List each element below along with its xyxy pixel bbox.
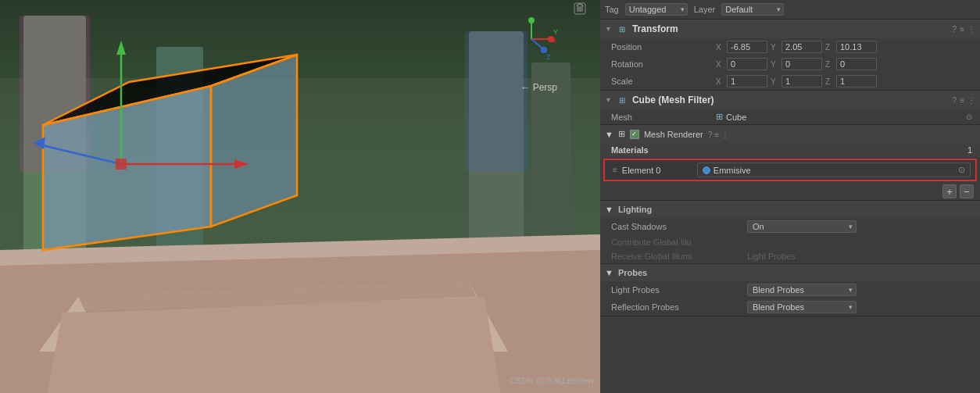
rotation-x-input[interactable] [727, 58, 767, 70]
element-value-field[interactable]: Emmisive ⊙ [697, 163, 971, 177]
lighting-header[interactable]: ▼ Lighting [600, 201, 980, 218]
position-x-input[interactable] [727, 41, 767, 53]
mesh-renderer-header-actions: ? ≡ ⋮ [708, 130, 730, 139]
svg-text:X: X [552, 37, 556, 45]
position-label: Position [611, 42, 713, 52]
svg-rect-7 [465, 31, 528, 172]
contribute-label: Contribute Global Illu [611, 238, 744, 247]
layer-dropdown[interactable]: Default [721, 3, 784, 16]
inspector-panel: Tag Untagged Layer Default ▼ ⊞ Transform… [600, 0, 980, 393]
rotation-label: Rotation [611, 59, 713, 69]
scale-label: Scale [611, 77, 713, 86]
add-remove-row: + − [600, 183, 980, 200]
mesh-filter-title: Cube (Mesh Filter) [632, 95, 948, 105]
mesh-renderer-title: Mesh Renderer [644, 130, 703, 139]
rotation-row: Rotation X Y Z [600, 55, 980, 73]
light-probes-value: Blend Probes [753, 285, 804, 295]
probes-header[interactable]: ▼ Probes [600, 264, 980, 281]
mesh-prop-row: Mesh ⊞ Cube ⊙ [600, 109, 980, 124]
mesh-filter-header-actions: ? ≡ ⋮ [953, 96, 975, 105]
receive-label: Receive Global Illumi [611, 252, 744, 261]
mesh-renderer-arrow: ▼ [605, 130, 613, 139]
receive-global-row: Receive Global Illumi Light Probes [600, 249, 980, 263]
mesh-cube-icon: ⊞ [716, 112, 723, 122]
scale-z-input[interactable] [836, 75, 877, 88]
mesh-renderer-checkbox[interactable]: ✓ [630, 130, 639, 139]
element-drag-handle[interactable]: ≡ [613, 166, 617, 174]
mesh-label: Mesh [611, 113, 713, 122]
mesh-renderer-help-btn[interactable]: ? [708, 130, 713, 139]
mesh-filter-help-btn[interactable]: ? [953, 96, 957, 105]
viewport-panel[interactable]: Y X Z ← Persp CSDN @亦枫Leonlew [0, 0, 600, 393]
svg-rect-42 [577, 6, 583, 12]
add-material-btn[interactable]: + [942, 184, 957, 198]
tag-layer-bar: Tag Untagged Layer Default [600, 0, 980, 20]
svg-point-37 [541, 47, 547, 53]
reflection-probes-row: Reflection Probes Blend Probes [600, 298, 980, 316]
transform-settings-btn[interactable]: ≡ [960, 25, 964, 34]
mesh-value-text: Cube [726, 113, 746, 122]
mesh-filter-settings-btn[interactable]: ≡ [960, 96, 964, 105]
probes-title: Probes [618, 268, 647, 277]
position-z-field: Z [825, 41, 877, 53]
inspector-content: ▼ ⊞ Transform ? ≡ ⋮ Position X [600, 20, 980, 393]
mesh-renderer-menu-btn[interactable]: ⋮ [721, 130, 729, 139]
position-z-input[interactable] [836, 41, 877, 53]
rotation-y-input[interactable] [781, 58, 822, 70]
light-probes-row: Light Probes Blend Probes [600, 281, 980, 298]
scale-y-input[interactable] [781, 75, 822, 88]
position-y-input[interactable] [781, 41, 822, 53]
rotation-z-input[interactable] [836, 58, 877, 70]
scale-x-field: X [716, 75, 767, 88]
position-x-field: X [716, 41, 767, 53]
layer-label: Layer [694, 5, 716, 14]
transform-help-btn[interactable]: ? [953, 25, 957, 34]
material-name: Emmisive [714, 166, 751, 175]
reflection-probes-dropdown[interactable]: Blend Probes [747, 301, 857, 313]
transform-header[interactable]: ▼ ⊞ Transform ? ≡ ⋮ [600, 20, 980, 38]
materials-count: 1 [967, 145, 972, 155]
mesh-filter-section: ▼ ⊞ Cube (Mesh Filter) ? ≡ ⋮ Mesh ⊞ Cube… [600, 91, 980, 125]
mesh-renderer-icon: ⊞ [618, 129, 625, 139]
svg-rect-31 [116, 159, 127, 170]
remove-material-btn[interactable]: − [960, 184, 974, 198]
transform-section: ▼ ⊞ Transform ? ≡ ⋮ Position X [600, 20, 980, 91]
scale-x-input[interactable] [727, 75, 767, 88]
cast-shadows-row: Cast Shadows On [600, 218, 980, 235]
mesh-renderer-settings-btn[interactable]: ≡ [714, 130, 719, 139]
persp-label: ← Persp [520, 82, 557, 93]
reflection-probes-label: Reflection Probes [611, 302, 744, 312]
transform-title: Transform [632, 23, 948, 34]
element-0-row: ≡ Element 0 Emmisive ⊙ [603, 159, 977, 181]
light-probes-label: Light Probes [611, 285, 744, 295]
light-probes-dropdown[interactable]: Blend Probes [747, 284, 857, 296]
rotation-z-field: Z [825, 58, 877, 70]
mesh-renderer-header[interactable]: ▼ ⊞ ✓ Mesh Renderer ? ≡ ⋮ [600, 125, 980, 143]
mesh-filter-header[interactable]: ▼ ⊞ Cube (Mesh Filter) ? ≡ ⋮ [600, 91, 980, 109]
material-dot-icon [703, 166, 710, 174]
mesh-filter-icon: ⊞ [617, 95, 628, 105]
element-label: Element 0 [622, 166, 692, 175]
element-target-btn[interactable]: ⊙ [958, 165, 965, 175]
tag-value: Untagged [629, 5, 667, 14]
svg-point-33 [528, 17, 535, 23]
mesh-value: ⊞ Cube ⊙ [716, 112, 972, 122]
mesh-renderer-section: ▼ ⊞ ✓ Mesh Renderer ? ≡ ⋮ Materials 1 ≡ … [600, 125, 980, 201]
tag-dropdown[interactable]: Untagged [625, 3, 688, 16]
reflection-probes-value: Blend Probes [753, 302, 804, 312]
position-row: Position X Y Z [600, 38, 980, 55]
cast-shadows-label: Cast Shadows [611, 222, 744, 231]
transform-icon: ⊞ [617, 23, 628, 34]
mesh-link-btn[interactable]: ⊙ [966, 113, 972, 121]
mesh-filter-arrow: ▼ [605, 96, 612, 104]
tag-label: Tag [605, 5, 619, 14]
mesh-filter-menu-btn[interactable]: ⋮ [967, 96, 975, 105]
transform-menu-btn[interactable]: ⋮ [967, 25, 975, 34]
position-values: X Y Z [716, 41, 972, 53]
lighting-arrow: ▼ [605, 205, 613, 214]
rotation-values: X Y Z [716, 58, 972, 70]
scale-z-field: Z [825, 75, 877, 88]
cast-shadows-dropdown[interactable]: On [747, 220, 857, 233]
receive-value: Light Probes [747, 252, 796, 261]
layer-value: Default [725, 5, 753, 14]
